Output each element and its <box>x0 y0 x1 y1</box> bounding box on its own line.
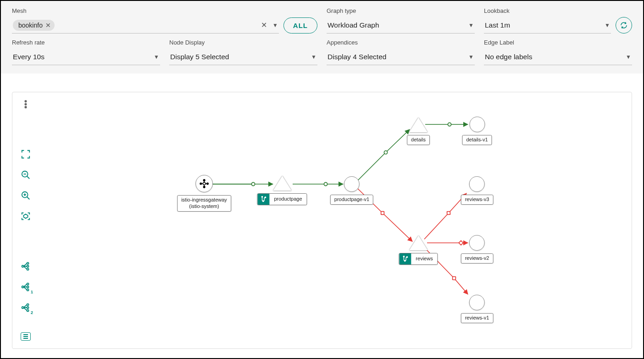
svg-point-32 <box>263 201 264 202</box>
svg-point-2 <box>25 106 26 107</box>
svg-point-26 <box>200 183 202 185</box>
svg-point-25 <box>203 182 205 185</box>
refresh-rate-label: Refresh rate <box>12 39 160 46</box>
legend-button[interactable] <box>19 331 32 343</box>
mesh-label: Mesh <box>12 7 317 14</box>
edge-label-label: Edge Label <box>484 39 632 46</box>
node-display-label: Node Display <box>169 39 317 46</box>
refresh-rate-select[interactable]: Every 10s ▼ <box>12 49 160 65</box>
appendices-label: Appendices <box>327 39 475 46</box>
mesh-input[interactable]: bookinfo ✕ ✕ ▼ <box>12 17 279 34</box>
node-label: productpage-v1 <box>330 195 373 205</box>
chevron-down-icon[interactable]: ▼ <box>272 22 278 28</box>
node-reviews-v2[interactable]: reviews-v2 <box>461 235 494 264</box>
node-reviews-svc[interactable]: reviews <box>399 236 438 265</box>
svg-point-30 <box>261 196 262 197</box>
svg-line-4 <box>27 176 30 179</box>
focus-node-button[interactable] <box>19 210 32 222</box>
workload-icon <box>469 235 485 251</box>
svg-point-31 <box>265 197 266 198</box>
svg-point-12 <box>27 265 29 267</box>
node-reviews-v3[interactable]: reviews-v3 <box>461 176 494 205</box>
gateway-icon <box>195 175 213 192</box>
node-productpage-v1[interactable]: productpage-v1 <box>330 176 373 205</box>
refresh-rate-value: Every 10s <box>13 53 151 61</box>
service-icon <box>409 118 427 132</box>
node-display-select[interactable]: Display 5 Selected ▼ <box>169 49 317 65</box>
chevron-down-icon: ▼ <box>468 22 474 28</box>
svg-point-19 <box>27 304 29 306</box>
workload-icon <box>469 176 485 192</box>
clear-icon[interactable]: ✕ <box>261 21 267 29</box>
svg-point-10 <box>22 265 24 267</box>
svg-point-1 <box>25 103 26 105</box>
virtualservice-icon <box>399 253 411 264</box>
node-label: istio-ingressgateway (istio-system) <box>177 195 231 212</box>
node-details-v1[interactable]: details-v1 <box>462 117 492 145</box>
graph-panel: 1 2 <box>12 92 632 349</box>
workload-icon <box>469 117 485 132</box>
node-label: details <box>407 135 430 145</box>
node-label: productpage <box>257 193 307 205</box>
edge-label-field: Edge Label No edge labels ▼ <box>484 39 632 65</box>
svg-point-15 <box>27 283 29 285</box>
node-productpage-svc[interactable]: productpage <box>257 176 307 205</box>
zoom-in-button[interactable] <box>19 189 32 202</box>
workload-icon <box>469 295 485 310</box>
lookback-select[interactable]: Last 1m ▼ <box>484 17 611 34</box>
mesh-chip[interactable]: bookinfo ✕ <box>13 20 55 31</box>
refresh-rate-field: Refresh rate Every 10s ▼ <box>12 39 160 65</box>
svg-point-33 <box>403 256 404 257</box>
lookback-label: Lookback <box>484 7 611 14</box>
chevron-down-icon: ▼ <box>311 54 316 60</box>
node-details-svc[interactable]: details <box>407 118 430 145</box>
zoom-out-button[interactable] <box>19 168 32 181</box>
graph-type-value: Workload Graph <box>328 21 466 29</box>
svg-point-13 <box>27 268 29 270</box>
layout-default-button[interactable] <box>19 260 32 273</box>
svg-point-35 <box>405 260 405 261</box>
graph-canvas[interactable]: istio-ingressgateway (istio-system) prod… <box>39 92 632 348</box>
mesh-field: Mesh bookinfo ✕ ✕ ▼ ALL <box>12 7 317 34</box>
svg-point-17 <box>27 289 29 291</box>
chevron-down-icon: ▼ <box>605 22 610 28</box>
legend-icon <box>21 332 31 341</box>
chevron-down-icon: ▼ <box>154 54 159 60</box>
graph-type-field: Graph type Workload Graph ▼ <box>327 7 475 34</box>
appendices-select[interactable]: Display 4 Selected ▼ <box>327 49 475 65</box>
all-button[interactable]: ALL <box>283 17 317 34</box>
node-istio-ingressgateway[interactable]: istio-ingressgateway (istio-system) <box>177 175 231 212</box>
svg-point-21 <box>27 310 29 312</box>
remove-chip-icon[interactable]: ✕ <box>45 22 51 29</box>
svg-line-7 <box>27 197 30 200</box>
svg-point-16 <box>27 286 29 288</box>
svg-point-0 <box>25 100 26 101</box>
fit-button[interactable] <box>19 148 32 160</box>
edge-label-value: No edge labels <box>485 53 623 61</box>
node-label: reviews <box>399 253 438 265</box>
svg-point-11 <box>27 263 29 264</box>
graph-toolbar: 1 2 <box>12 92 39 348</box>
node-reviews-v1[interactable]: reviews-v1 <box>461 295 494 323</box>
mesh-chip-text: bookinfo <box>18 22 43 29</box>
edge-label-select[interactable]: No edge labels ▼ <box>484 49 632 65</box>
node-display-value: Display 5 Selected <box>170 53 308 61</box>
layout-2-button[interactable]: 2 <box>19 302 32 314</box>
node-label: reviews-v2 <box>461 253 494 264</box>
svg-point-14 <box>22 286 24 288</box>
refresh-button[interactable] <box>616 17 632 34</box>
chevron-down-icon: ▼ <box>626 54 631 60</box>
lookback-value: Last 1m <box>485 21 602 29</box>
service-icon <box>273 176 291 191</box>
lookback-field: Lookback Last 1m ▼ <box>484 7 632 34</box>
svg-point-18 <box>22 307 24 309</box>
graph-type-select[interactable]: Workload Graph ▼ <box>327 17 475 34</box>
kebab-menu-button[interactable] <box>19 98 32 110</box>
workload-icon <box>344 176 360 192</box>
node-label: details-v1 <box>462 135 492 145</box>
virtualservice-icon <box>257 194 269 205</box>
svg-point-34 <box>406 257 407 258</box>
chevron-down-icon: ▼ <box>468 54 474 60</box>
layout-1-button[interactable]: 1 <box>19 281 32 293</box>
appendices-value: Display 4 Selected <box>328 53 466 61</box>
